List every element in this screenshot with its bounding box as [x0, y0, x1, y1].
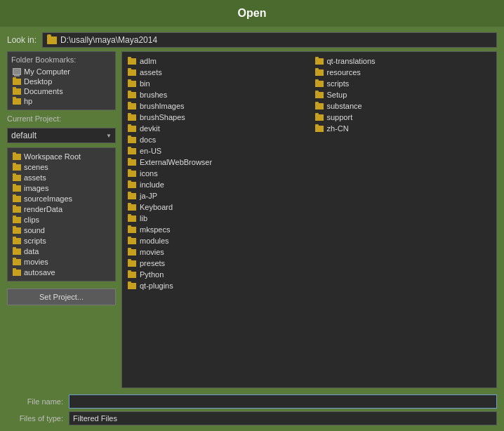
- bookmarks-section: Folder Bookmarks: My Computer Desktop Do…: [7, 51, 116, 110]
- file-item-movies[interactable]: movies: [126, 246, 306, 258]
- file-item-modules[interactable]: modules: [126, 235, 306, 246]
- file-item-icons[interactable]: icons: [126, 168, 306, 179]
- file-item-bin[interactable]: bin: [126, 78, 306, 89]
- file-item-brushimages[interactable]: brushImages: [126, 100, 306, 112]
- workspace-item-label: scripts: [24, 237, 46, 245]
- file-item-python[interactable]: Python: [126, 269, 306, 280]
- file-name-input[interactable]: [69, 394, 497, 409]
- file-item-qt-plugins[interactable]: qt-plugins: [126, 280, 306, 291]
- files-col1: adlm assets bin brushes brushImages brus…: [126, 55, 306, 291]
- bookmark-label: My Computer: [24, 67, 70, 76]
- dropdown-value: default: [11, 131, 37, 140]
- workspace-item-renderdata[interactable]: renderData: [11, 204, 112, 214]
- workspace-item-label: Workspace Root: [24, 152, 81, 161]
- workspace-item-scenes[interactable]: scenes: [11, 162, 112, 172]
- file-name-row: File name:: [7, 394, 497, 409]
- workspace-item-autosave[interactable]: autosave: [11, 267, 112, 277]
- file-item-ja-jp[interactable]: ja-JP: [126, 190, 306, 201]
- workspace-item-sourceimages[interactable]: sourceImages: [11, 194, 112, 204]
- workspace-item-sound[interactable]: sound: [11, 225, 112, 235]
- folder-icon: [128, 283, 136, 289]
- file-item-brushshapes[interactable]: brushShapes: [126, 112, 306, 123]
- folder-icon: [13, 185, 21, 192]
- bottom-area: File name: Files of type: Filtered Files: [7, 392, 497, 425]
- workspace-item-assets[interactable]: assets: [11, 173, 112, 183]
- workspace-item-workspace-root[interactable]: Workspace Root: [11, 152, 112, 161]
- folder-icon: [13, 259, 21, 265]
- workspace-item-clips[interactable]: clips: [11, 215, 112, 225]
- workspace-item-scripts[interactable]: scripts: [11, 236, 112, 246]
- bookmark-label: Documents: [24, 87, 63, 95]
- folder-icon: [13, 196, 21, 202]
- file-item-presets[interactable]: presets: [126, 258, 306, 269]
- file-item-en-us[interactable]: en-US: [126, 145, 306, 157]
- workspace-item-label: movies: [24, 258, 48, 266]
- set-project-label: Set Project...: [39, 293, 84, 301]
- look-in-path[interactable]: D:\usally\maya\Maya2014: [42, 32, 497, 48]
- content-area: Folder Bookmarks: My Computer Desktop Do…: [7, 51, 497, 388]
- folder-icon: [13, 217, 21, 223]
- file-item-brushes[interactable]: brushes: [126, 89, 306, 100]
- file-item-docs[interactable]: docs: [126, 134, 306, 145]
- file-item-keyboard[interactable]: Keyboard: [126, 201, 306, 213]
- file-name-label: File name:: [7, 397, 63, 406]
- file-item-resources[interactable]: resources: [313, 67, 493, 78]
- bookmark-documents[interactable]: Documents: [11, 86, 112, 96]
- folder-icon: [128, 216, 136, 222]
- pc-icon: [13, 68, 21, 75]
- folder-icon: [315, 92, 324, 98]
- file-item-mkspecs[interactable]: mkspecs: [126, 224, 306, 235]
- current-project-dropdown[interactable]: default ▼: [7, 128, 116, 143]
- folder-icon: [128, 58, 136, 65]
- workspace-list: Workspace Root scenes assets images sour…: [7, 147, 116, 281]
- files-of-type-dropdown[interactable]: Filtered Files: [69, 411, 497, 425]
- folder-icon: [128, 171, 136, 177]
- bookmark-desktop[interactable]: Desktop: [11, 77, 112, 86]
- folder-icon: [13, 175, 21, 181]
- workspace-item-label: data: [24, 247, 39, 256]
- chevron-down-icon: ▼: [106, 133, 112, 139]
- folder-icon: [13, 164, 21, 171]
- folder-icon: [128, 249, 136, 256]
- folder-icon: [13, 79, 21, 85]
- folder-icon: [47, 37, 57, 44]
- look-in-row: Look in: D:\usally\maya\Maya2014: [7, 32, 497, 48]
- workspace-item-data[interactable]: data: [11, 246, 112, 256]
- bookmark-my-computer[interactable]: My Computer: [11, 67, 112, 77]
- workspace-item-label: scenes: [24, 163, 48, 171]
- set-project-button[interactable]: Set Project...: [7, 289, 116, 305]
- file-item-substance[interactable]: substance: [313, 100, 493, 112]
- file-item-scripts[interactable]: scripts: [313, 78, 493, 89]
- file-item-zh-cn[interactable]: zh-CN: [313, 123, 493, 134]
- file-item-lib[interactable]: lib: [126, 213, 306, 224]
- look-in-path-text: D:\usally\maya\Maya2014: [60, 35, 157, 45]
- folder-icon: [128, 204, 136, 211]
- workspace-item-label: autosave: [24, 268, 55, 277]
- file-item-include[interactable]: include: [126, 179, 306, 190]
- file-item-assets[interactable]: assets: [126, 67, 306, 78]
- files-of-type-value: Filtered Files: [73, 414, 117, 423]
- folder-icon: [315, 126, 324, 132]
- file-browser-panel[interactable]: adlm assets bin brushes brushImages brus…: [121, 51, 497, 388]
- folder-icon: [13, 270, 21, 276]
- look-in-label: Look in:: [7, 35, 37, 45]
- folder-icon: [128, 227, 136, 233]
- folder-icon: [128, 137, 136, 143]
- file-item-qt-translations[interactable]: qt-translations: [313, 55, 493, 67]
- files-of-type-label: Files of type:: [7, 414, 63, 423]
- file-item-setup[interactable]: Setup: [313, 89, 493, 100]
- file-item-devkit[interactable]: devkit: [126, 123, 306, 134]
- file-item-support[interactable]: support: [313, 112, 493, 123]
- file-item-externalwebbrowser[interactable]: ExternalWebBrowser: [126, 157, 306, 168]
- folder-icon: [128, 81, 136, 87]
- bookmark-label: Desktop: [24, 77, 52, 86]
- files-of-type-row: Files of type: Filtered Files: [7, 411, 497, 425]
- file-item-adlm[interactable]: adlm: [126, 55, 306, 67]
- bookmark-hp[interactable]: hp: [11, 96, 112, 106]
- folder-icon: [128, 103, 136, 110]
- workspace-item-movies[interactable]: movies: [11, 257, 112, 267]
- folder-icon: [315, 103, 324, 110]
- workspace-item-images[interactable]: images: [11, 183, 112, 193]
- current-project-section: Current Project: default ▼: [7, 114, 116, 143]
- folder-icon: [315, 69, 324, 76]
